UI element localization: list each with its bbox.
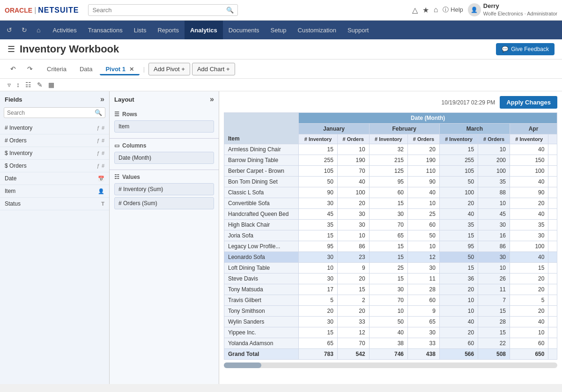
hamburger-icon[interactable]: ☰	[7, 44, 15, 54]
feb-ord-cell: 10	[408, 241, 440, 252]
field-inventory-dollar[interactable]: $ Inventory ƒ#	[0, 147, 109, 160]
nav-activities[interactable]: Activities	[47, 21, 82, 39]
jan-ord-cell: 70	[337, 338, 369, 349]
nav-reports[interactable]: Reports	[152, 21, 185, 39]
field-inventory-count[interactable]: # Inventory ƒ#	[0, 122, 109, 134]
home-icon[interactable]: ⌂	[434, 6, 438, 14]
apr-inv-cell: 15	[510, 263, 548, 274]
user-info[interactable]: 👤 Derry Wolfe Electronics · Administrato…	[468, 2, 557, 17]
layout-value-inventory[interactable]: # Inventory (Sum)	[114, 183, 214, 195]
apr-ord-cell	[548, 187, 557, 198]
apr-inv-cell: 35	[510, 220, 548, 230]
tab-data[interactable]: Data	[74, 63, 98, 75]
mar-inv-cell: 255	[439, 155, 478, 166]
feb-inv-cell: 25	[369, 263, 407, 274]
home-nav-icon[interactable]: ⌂	[34, 22, 43, 37]
nav-transactions[interactable]: Transactions	[82, 21, 128, 39]
jan-inv-header: # Inventory	[299, 134, 337, 144]
table-row: Legacy Low Profile... 95 86 15 10 95 86 …	[224, 241, 557, 252]
mar-ord-cell: 7	[478, 295, 510, 306]
item-icon: 👤	[98, 188, 104, 194]
feb-inv-cell: 215	[369, 155, 407, 166]
search-icon[interactable]: 🔍	[226, 7, 234, 14]
field-item[interactable]: Item 👤	[0, 185, 109, 198]
search-input[interactable]	[92, 7, 226, 14]
tab-criteria[interactable]: Criteria	[41, 63, 72, 75]
top-bar: ORACLE | NETSUITE 🔍 △ ★ ⌂ ⓘ Help 👤 Derry…	[0, 0, 562, 21]
horizontal-scrollbar[interactable]	[224, 362, 557, 368]
table-icon[interactable]: ▦	[48, 81, 54, 89]
layout-row-item[interactable]: Item	[114, 120, 214, 133]
item-cell: Leonardo Sofa	[224, 252, 299, 263]
search-box[interactable]: 🔍	[88, 4, 238, 16]
scrollbar-thumb[interactable]	[224, 362, 261, 368]
jan-ord-cell: 12	[337, 327, 369, 338]
redo-icon[interactable]: ↷	[24, 61, 36, 76]
field-status[interactable]: Status T	[0, 198, 109, 210]
undo-icon[interactable]: ↶	[7, 61, 19, 76]
back-icon[interactable]: ↺	[4, 22, 15, 37]
feb-ord-cell: 60	[408, 295, 440, 306]
oracle-logo: ORACLE	[5, 7, 32, 14]
gt-apr-inv: 650	[510, 349, 548, 360]
jan-inv-cell: 45	[299, 209, 337, 220]
field-date[interactable]: Date 📅	[0, 172, 109, 185]
feb-inv-cell: 95	[369, 177, 407, 187]
mar-inv-cell: 95	[439, 241, 478, 252]
forward-icon[interactable]: ↻	[19, 22, 30, 37]
group-icon[interactable]: ☷	[25, 81, 31, 89]
layout-value-orders[interactable]: # Orders (Sum)	[114, 197, 214, 209]
notifications-icon[interactable]: △	[412, 6, 418, 15]
nav-analytics[interactable]: Analytics	[185, 21, 223, 39]
gt-feb-inv: 746	[369, 349, 407, 360]
feb-inv-cell: 15	[369, 274, 407, 284]
layout-column-date[interactable]: Date (Month)	[114, 152, 214, 164]
nav-customization[interactable]: Customization	[292, 21, 342, 39]
plus-icon2: +	[226, 66, 230, 73]
add-chart-button[interactable]: Add Chart +	[192, 63, 235, 75]
mar-inv-cell: 36	[439, 274, 478, 284]
add-pivot-button[interactable]: Add Pivot +	[148, 63, 190, 75]
field-orders-dollar[interactable]: $ Orders ƒ#	[0, 160, 109, 172]
sort-icon[interactable]: ↕	[16, 81, 20, 89]
nav-setup[interactable]: Setup	[265, 21, 292, 39]
field-orders-count[interactable]: # Orders ƒ#	[0, 134, 109, 147]
nav-lists[interactable]: Lists	[128, 21, 152, 39]
mar-inv-cell: 100	[439, 187, 478, 198]
collapse-layout-button[interactable]: »	[210, 95, 214, 104]
table-row: High Black Chair 35 30 70 60 35 30 35	[224, 220, 557, 230]
apply-changes-button[interactable]: Apply Changes	[500, 96, 557, 109]
jan-ord-cell: 30	[337, 220, 369, 230]
date-icon: 📅	[98, 176, 104, 182]
table-row: Joria Sofa 15 10 65 50 15 16 30	[224, 230, 557, 241]
columns-section: ▭ Columns Date (Month)	[110, 138, 219, 170]
help-button[interactable]: ⓘ Help	[443, 6, 463, 14]
feedback-button[interactable]: 💬 Give Feedback	[496, 43, 555, 55]
nav-documents[interactable]: Documents	[223, 21, 265, 39]
close-pivot-icon[interactable]: ✕	[129, 66, 134, 73]
apr-ord-header	[548, 134, 557, 144]
field-search-box[interactable]: 🔍	[4, 107, 105, 118]
mar-inv-cell: 15	[439, 144, 478, 155]
tab-pivot1[interactable]: Pivot 1 ✕	[100, 63, 139, 75]
table-row: Barrow Dining Table 255 190 215 190 255 …	[224, 155, 557, 166]
feb-inv-cell: 60	[369, 187, 407, 198]
jan-inv-cell: 15	[299, 327, 337, 338]
feb-inv-cell: 40	[369, 327, 407, 338]
fx-icon3: ƒ	[97, 150, 100, 156]
feb-inv-cell: 70	[369, 220, 407, 230]
star-icon[interactable]: ★	[422, 6, 429, 15]
collapse-fields-button[interactable]: »	[100, 95, 104, 104]
field-search-input[interactable]	[7, 110, 95, 116]
jan-inv-cell: 15	[299, 230, 337, 241]
jan-ord-cell: 190	[337, 155, 369, 166]
mar-inv-cell: 50	[439, 177, 478, 187]
logo: ORACLE | NETSUITE	[5, 6, 79, 15]
nav-support[interactable]: Support	[342, 21, 375, 39]
apr-inv-cell: 40	[510, 209, 548, 220]
gt-jan-inv: 783	[299, 349, 337, 360]
filter-icon[interactable]: ▿	[7, 81, 11, 89]
mar-ord-cell: 28	[478, 317, 510, 327]
edit-icon[interactable]: ✎	[37, 81, 43, 89]
table-row: Classic L Sofa 90 100 60 40 100 88 90	[224, 187, 557, 198]
